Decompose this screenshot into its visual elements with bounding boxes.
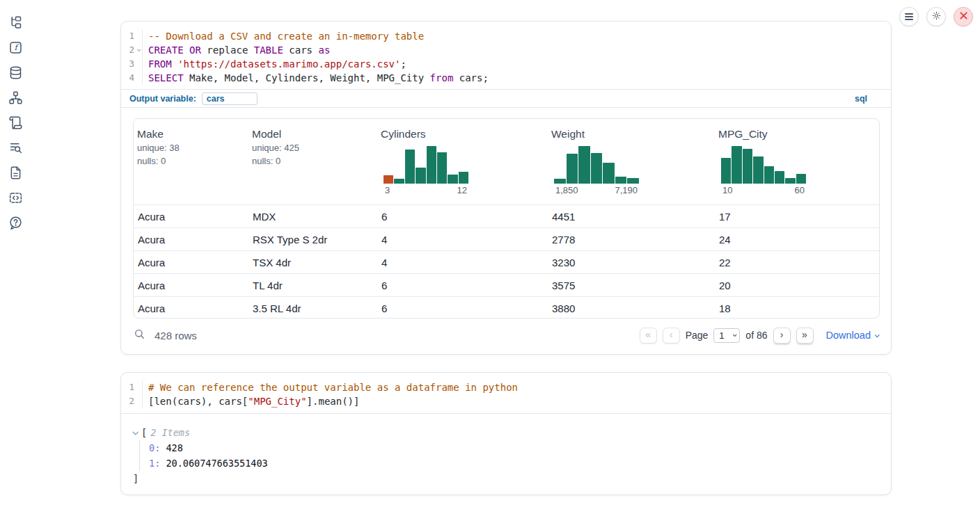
histogram-bar — [567, 154, 578, 184]
line-number-gutter: 2 — [121, 394, 143, 408]
scratchpad-scroll-icon[interactable] — [8, 115, 23, 130]
table-row[interactable]: AcuraTL 4dr6357520 — [134, 273, 879, 296]
svg-text:f: f — [14, 42, 19, 52]
table-cell: RSX Type S 2dr — [248, 228, 377, 250]
tree-items-count: 2 Items — [150, 427, 190, 438]
sidebar: f — [7, 15, 24, 230]
column-histogram[interactable]: 1060 — [721, 146, 806, 195]
last-page-button[interactable]: » — [796, 328, 814, 344]
histogram-bar — [578, 146, 590, 184]
line-number-gutter: 3 — [121, 57, 143, 71]
histogram-bar — [732, 146, 741, 184]
file-tree-icon[interactable] — [8, 15, 23, 30]
table-cell: 4 — [377, 228, 548, 250]
notebook-menu-button[interactable] — [899, 7, 919, 26]
column-histogram[interactable]: 1,8507,190 — [554, 146, 639, 195]
code-text: SELECT Make, Model, Cylinders, Weight, M… — [143, 71, 489, 85]
page-number-select[interactable]: 1 — [713, 328, 740, 343]
histogram-bar — [775, 171, 784, 184]
code-line[interactable]: 4SELECT Make, Model, Cylinders, Weight, … — [121, 71, 891, 85]
code-line[interactable]: 1-- Download a CSV and create an in-memo… — [121, 29, 891, 43]
functions-icon[interactable]: f — [8, 40, 23, 55]
column-header-make[interactable]: Makeunique: 38nulls: 0 — [134, 119, 248, 204]
shutdown-button[interactable] — [954, 7, 973, 26]
table-row[interactable]: AcuraMDX6445117 — [134, 204, 879, 227]
column-stat: nulls: 0 — [252, 156, 374, 167]
histogram-bar — [743, 149, 752, 184]
page-number-value: 1 — [719, 330, 724, 341]
line-number-gutter: 2 — [121, 43, 143, 57]
column-name: MPG_City — [718, 128, 876, 140]
sql-editor[interactable]: 1-- Download a CSV and create an in-memo… — [121, 22, 891, 85]
column-stat: unique: 38 — [137, 143, 246, 154]
table-cell: 6 — [377, 205, 548, 227]
tree-expander-icon[interactable] — [132, 429, 138, 435]
column-header-mpg_city[interactable]: MPG_City1060 — [715, 119, 879, 204]
code-text: FROM 'https://datasets.marimo.app/cars.c… — [143, 57, 406, 71]
code-line[interactable]: 2CREATE OR replace TABLE cars as — [121, 43, 891, 57]
line-number-gutter: 1 — [121, 380, 143, 394]
first-page-button[interactable]: « — [640, 328, 657, 344]
document-icon[interactable] — [8, 166, 23, 180]
code-line[interactable]: 1# We can reference the output variable … — [121, 380, 891, 394]
table-cell: 3880 — [548, 297, 715, 319]
pagination: « ‹ Page 1 of 86 › » Download — [640, 328, 878, 344]
table-row[interactable]: AcuraTSX 4dr4323022 — [134, 250, 879, 273]
column-header-model[interactable]: Modelunique: 425nulls: 0 — [248, 119, 377, 204]
table-cell: 17 — [715, 205, 879, 227]
histogram-bar — [764, 166, 774, 184]
column-histogram[interactable]: 312 — [384, 146, 468, 195]
column-name: Model — [252, 128, 374, 140]
histogram-bar — [437, 152, 447, 184]
tree-entry: 0: 428 — [149, 440, 891, 456]
histogram-bar — [448, 175, 457, 184]
histogram-bar — [753, 156, 763, 184]
table-cell: Acura — [134, 228, 248, 250]
table-cell: 3.5 RL 4dr — [248, 297, 377, 319]
table-cell: 6 — [377, 274, 548, 296]
hamburger-icon — [905, 13, 913, 20]
fold-chevron-icon[interactable] — [137, 47, 141, 51]
table-body: AcuraMDX6445117AcuraRSX Type S 2dr427782… — [134, 204, 879, 319]
settings-button[interactable] — [926, 7, 946, 26]
histogram-bar — [615, 177, 627, 184]
table-cell: Acura — [134, 205, 248, 227]
search-icon[interactable] — [134, 328, 145, 343]
logs-search-icon[interactable] — [8, 140, 23, 155]
close-icon — [959, 10, 968, 23]
histogram-bar — [394, 179, 404, 184]
prev-page-button[interactable]: ‹ — [663, 328, 680, 344]
table-cell: Acura — [134, 274, 248, 296]
table-cell: TSX 4dr — [248, 251, 377, 273]
line-number-gutter: 4 — [121, 71, 143, 85]
page-label: Page — [686, 330, 709, 341]
language-badge: sql — [855, 94, 867, 104]
table-row[interactable]: AcuraRSX Type S 2dr4277824 — [134, 227, 879, 250]
code-text: CREATE OR replace TABLE cars as — [143, 43, 330, 57]
column-header-cylinders[interactable]: Cylinders312 — [377, 119, 548, 204]
python-editor[interactable]: 1# We can reference the output variable … — [121, 373, 891, 408]
next-page-button[interactable]: › — [773, 328, 791, 344]
database-icon[interactable] — [8, 65, 23, 80]
table-cell: 22 — [715, 251, 879, 273]
help-icon[interactable] — [8, 216, 23, 230]
dependency-graph-icon[interactable] — [8, 90, 23, 105]
histogram-bar — [405, 150, 415, 184]
download-button[interactable]: Download — [826, 330, 879, 341]
code-line[interactable]: 3FROM 'https://datasets.marimo.app/cars.… — [121, 57, 891, 71]
output-variable-label: Output variable: — [129, 94, 196, 104]
histogram-tick-label: 12 — [457, 185, 467, 195]
snippets-code-icon[interactable] — [8, 191, 23, 205]
histogram-bar — [796, 174, 806, 184]
table-row[interactable]: Acura3.5 RL 4dr6388018 — [134, 296, 879, 319]
histogram-bar — [785, 178, 795, 184]
python-output-tree: [ 2 Items 0: 4281: 20.060747663551403 ] — [121, 414, 891, 486]
table-cell: TL 4dr — [248, 274, 377, 296]
histogram-tick-label: 7,190 — [615, 185, 638, 195]
output-variable-input[interactable] — [202, 92, 258, 105]
histogram-tick-label: 10 — [722, 185, 732, 195]
histogram-bar — [427, 146, 436, 184]
column-header-weight[interactable]: Weight1,8507,190 — [548, 119, 715, 204]
chevron-down-icon — [875, 332, 880, 337]
code-line[interactable]: 2[len(cars), cars["MPG_City"].mean()] — [121, 394, 891, 408]
